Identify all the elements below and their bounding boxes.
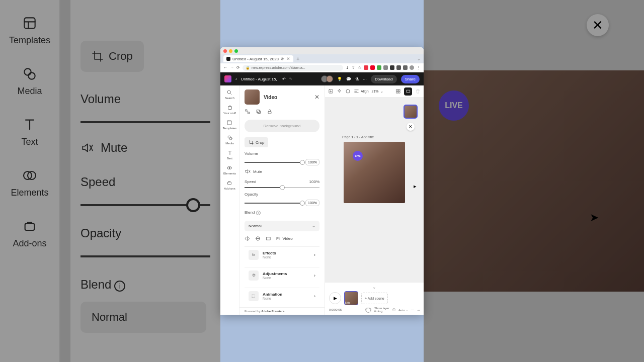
tab-favicon xyxy=(226,57,230,61)
speed-slider[interactable] xyxy=(245,187,319,188)
bg-opacity-label: Opacity xyxy=(80,226,210,240)
traffic-light-minimize[interactable] xyxy=(229,49,232,53)
comment-icon[interactable]: 💬 xyxy=(346,77,351,81)
flip-horizontal-icon[interactable] xyxy=(245,236,250,241)
adobe-express-logo[interactable] xyxy=(224,75,231,82)
rail-addons[interactable]: Add-ons xyxy=(224,180,235,190)
timeline-clip[interactable]: 5.0s xyxy=(344,291,358,305)
opacity-slider[interactable] xyxy=(245,203,302,204)
user-avatar xyxy=(326,75,333,82)
ext-icon[interactable] xyxy=(370,65,375,70)
fill-video-icon[interactable] xyxy=(266,236,271,241)
url-text: new.express.adobe.com/id/urn:a... xyxy=(252,66,305,69)
volume-slider[interactable] xyxy=(245,162,302,163)
panel-close-icon[interactable]: ✕ xyxy=(314,94,319,101)
effects-row[interactable]: fx EffectsNone › xyxy=(245,246,319,263)
traffic-light-close[interactable] xyxy=(223,49,227,53)
zoom-out-icon[interactable]: — xyxy=(411,308,414,311)
timeline-collapse-icon[interactable]: ⌄ xyxy=(372,285,376,290)
share-button[interactable]: Share xyxy=(401,75,420,83)
blend-select[interactable]: Normal⌄ xyxy=(245,221,319,231)
resize-icon[interactable] xyxy=(245,109,251,115)
view-mode-icon[interactable] xyxy=(404,87,412,96)
sparkle-icon[interactable] xyxy=(337,88,342,94)
rail-text[interactable]: Text xyxy=(227,150,233,160)
adjustments-row[interactable]: ⚙ AdjustmentsNone › xyxy=(245,267,319,284)
tabbar-chevron-icon[interactable]: ⌄ xyxy=(417,57,421,61)
bookmark-icon[interactable]: ☆ xyxy=(358,65,361,70)
lock-icon[interactable] xyxy=(267,109,273,115)
ext-icon[interactable] xyxy=(383,65,388,70)
kebab-menu-icon[interactable]: ⋮ xyxy=(417,65,421,70)
back-icon[interactable]: ‹ xyxy=(235,77,237,81)
nav-reload-icon[interactable]: ⟳ xyxy=(236,65,240,70)
zoom-dropdown[interactable]: 21%⌄ xyxy=(372,89,383,94)
undo-icon[interactable]: ↶ xyxy=(282,77,286,81)
rail-elements[interactable]: Elements xyxy=(223,165,236,175)
flip-vertical-icon[interactable] xyxy=(255,236,261,241)
duplicate-icon[interactable] xyxy=(256,109,262,115)
ext-icon[interactable] xyxy=(403,65,408,70)
chevron-right-icon: › xyxy=(314,294,315,299)
svg-rect-0 xyxy=(24,18,35,28)
volume-value[interactable]: 100% xyxy=(305,159,319,165)
bg-templates: Templates xyxy=(9,15,50,46)
ext-icon[interactable] xyxy=(377,65,381,70)
url-field[interactable]: 🔒 new.express.adobe.com/id/urn:a... xyxy=(243,65,343,71)
app-window: Untitled - August 15, 2023 ⟳ ✕ + ⌄ ← → ⟳… xyxy=(220,47,424,315)
collaborators[interactable] xyxy=(321,75,333,82)
page-indicator[interactable]: Page 1 / 1 - Add title xyxy=(342,135,374,139)
beaker-icon[interactable]: ⚗ xyxy=(355,77,359,81)
layer-timing-toggle[interactable] xyxy=(365,308,371,312)
zoom-slider-icon[interactable]: ⊸ xyxy=(417,308,420,312)
svg-point-9 xyxy=(228,136,230,138)
mute-button[interactable]: Mute xyxy=(239,166,325,176)
rail-media[interactable]: Media xyxy=(225,135,233,145)
bg-close-button: ✕ xyxy=(587,14,609,36)
align-dropdown[interactable]: Align xyxy=(354,88,369,94)
rail-templates[interactable]: Templates xyxy=(223,120,236,130)
traffic-light-maximize[interactable] xyxy=(234,49,238,53)
rail-search[interactable]: Search xyxy=(225,89,234,100)
rail-your-stuff[interactable]: Your stuff xyxy=(223,105,236,115)
nav-back-icon[interactable]: ← xyxy=(223,65,227,70)
canvas[interactable]: ✕ Page 1 / 1 - Add title LIVE ▸ xyxy=(325,98,424,282)
more-icon[interactable]: ⋯ xyxy=(363,77,367,81)
opacity-value[interactable]: 100% xyxy=(305,200,319,206)
fill-video-label[interactable]: Fill Video xyxy=(276,236,293,241)
share-link-icon[interactable]: ⇧ xyxy=(352,65,355,70)
profile-avatar[interactable] xyxy=(410,65,414,70)
video-on-canvas[interactable]: LIVE xyxy=(344,142,405,203)
auto-dropdown[interactable]: Auto ⌄ xyxy=(398,308,408,312)
tab-close-icon[interactable]: ✕ xyxy=(286,56,290,61)
delete-icon[interactable] xyxy=(415,88,421,94)
svg-rect-22 xyxy=(396,89,398,91)
bg-speed-slider xyxy=(80,204,210,206)
nav-forward-icon[interactable]: → xyxy=(230,65,234,70)
adjustments-icon: ⚙ xyxy=(249,270,259,281)
new-tab-button[interactable]: + xyxy=(296,56,299,62)
ext-icon[interactable] xyxy=(396,65,401,70)
download-button[interactable]: Download xyxy=(371,75,397,83)
timing-info-icon[interactable]: ⓘ xyxy=(392,308,395,312)
crop-button[interactable]: Crop xyxy=(245,137,268,147)
play-button[interactable]: ▶ xyxy=(329,292,341,304)
install-icon[interactable]: ⤓ xyxy=(346,65,349,70)
add-image-icon[interactable] xyxy=(328,88,334,94)
lightbulb-icon[interactable]: 💡 xyxy=(337,77,342,81)
redo-icon[interactable]: ↷ xyxy=(289,77,292,81)
grid-icon[interactable] xyxy=(395,88,401,94)
tab-reload-icon[interactable]: ⟳ xyxy=(281,57,284,61)
layer-close-icon[interactable]: ✕ xyxy=(407,123,415,131)
ext-icon[interactable] xyxy=(364,65,368,70)
bg-crop-button: Crop xyxy=(80,41,144,72)
bg-blend-value: Normal xyxy=(80,302,206,333)
puzzle-icon[interactable] xyxy=(390,65,394,70)
add-scene-button[interactable]: + Add scene xyxy=(361,293,388,304)
layer-thumbnail[interactable] xyxy=(404,105,418,119)
browser-tab[interactable]: Untitled - August 15, 2023 ⟳ ✕ xyxy=(223,55,293,62)
shape-icon[interactable] xyxy=(345,88,351,94)
document-title[interactable]: Untitled - August 15, xyxy=(241,77,277,81)
animation-row[interactable]: ⬚ AnimationNone › xyxy=(245,288,319,304)
remove-background-button[interactable]: Remove background xyxy=(245,120,319,132)
